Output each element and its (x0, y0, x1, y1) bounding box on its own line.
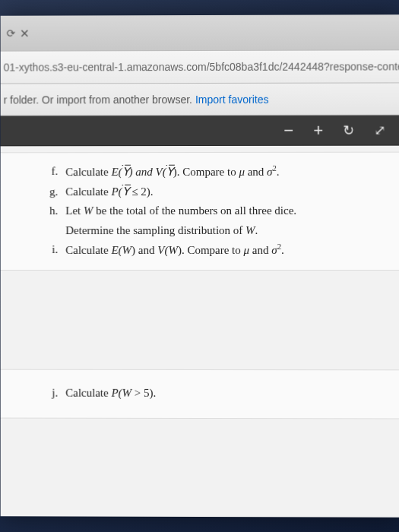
zoom-out-button[interactable]: − (283, 120, 293, 140)
item-letter: h. (46, 201, 58, 240)
rotate-button[interactable]: ↻ (343, 122, 354, 138)
mu: μ (244, 244, 250, 256)
t: Calculate (65, 386, 111, 398)
t: and (249, 244, 271, 256)
photo-background: ⟳ × 01-xythos.s3-eu-central-1.amazonaws.… (0, 0, 399, 532)
problem-i: i. Calculate E(W) and V(W). Compare to μ… (46, 240, 384, 261)
w: W (245, 223, 255, 236)
sigma: σ (271, 244, 277, 256)
document-viewport[interactable]: f. Calculate E(Y̅) and V(Y̅). Compare to… (1, 146, 399, 518)
ybar: Y̅ (122, 185, 129, 198)
problem-g: g. Calculate P(Y̅ ≤ 2). (46, 182, 384, 201)
favorites-bar: r folder. Or import from another browser… (1, 83, 399, 116)
tab-strip: ⟳ × (1, 14, 399, 50)
fit-page-button[interactable]: ⤢ (374, 122, 385, 138)
t: ) and (131, 244, 157, 256)
t: Calculate (65, 166, 111, 178)
browser-window: ⟳ × 01-xythos.s3-eu-central-1.amazonaws.… (1, 14, 399, 518)
item-letter: f. (46, 162, 58, 182)
problem-block-2: j. Calculate P(W > 5). (1, 369, 399, 419)
t: E( (112, 244, 122, 256)
item-text: Calculate P(Y̅ ≤ 2). (65, 182, 384, 201)
t: . (277, 166, 280, 178)
zoom-in-button[interactable]: + (313, 120, 323, 140)
mu: μ (239, 166, 245, 178)
t: P( (112, 386, 122, 398)
item-text: Calculate E(Y̅) and V(Y̅). Compare to μ … (65, 162, 384, 182)
t: ) and (129, 166, 156, 178)
close-tab-icon[interactable]: × (21, 24, 30, 42)
ybar: Y̅ (166, 166, 173, 178)
t: ). Compare to (173, 166, 239, 178)
problem-block-1: f. Calculate E(Y̅) and V(Y̅). Compare to… (1, 152, 399, 271)
t: . (281, 244, 284, 256)
w: W (84, 204, 93, 217)
import-favorites-link[interactable]: Import favorites (195, 93, 269, 105)
w: W (122, 244, 131, 256)
item-text: Calculate P(W > 5). (65, 383, 384, 403)
w: W (122, 386, 131, 398)
item-letter: i. (46, 240, 58, 260)
t: P( (112, 185, 122, 198)
t: Calculate (65, 185, 111, 198)
item-letter: g. (46, 182, 58, 201)
t: E( (112, 166, 122, 178)
t: V( (156, 166, 166, 178)
pdf-toolbar: − + ↻ ⤢ (1, 116, 399, 147)
tab-controls: ⟳ × (7, 24, 30, 42)
t: and (245, 166, 267, 178)
t: Let (65, 204, 84, 217)
favorites-hint-text: r folder. Or import from another browser… (4, 93, 192, 106)
t: Calculate (65, 244, 111, 256)
problem-f: f. Calculate E(Y̅) and V(Y̅). Compare to… (46, 162, 384, 182)
sigma: σ (267, 166, 272, 178)
t: be the total of the numbers on all three… (93, 204, 296, 217)
item-text: Calculate E(W) and V(W). Compare to μ an… (65, 240, 384, 261)
ybar: Y̅ (122, 166, 129, 178)
problem-j: j. Calculate P(W > 5). (46, 383, 384, 403)
tab-indicator-icon: ⟳ (7, 27, 16, 40)
problem-h: h. Let W be the total of the numbers on … (46, 201, 384, 240)
t: . (255, 223, 258, 236)
t: ≤ 2). (129, 185, 154, 198)
t: Determine the sampling distribution of (65, 223, 245, 236)
address-bar[interactable]: 01-xythos.s3-eu-central-1.amazonaws.com/… (1, 49, 399, 84)
item-letter: j. (46, 383, 58, 402)
item-text: Let W be the total of the numbers on all… (65, 201, 384, 240)
t: > 5). (131, 386, 156, 398)
w: W (168, 244, 177, 256)
t: V( (157, 244, 168, 256)
t: ). Compare to (178, 244, 244, 256)
url-text: 01-xythos.s3-eu-central-1.amazonaws.com/… (4, 60, 399, 73)
